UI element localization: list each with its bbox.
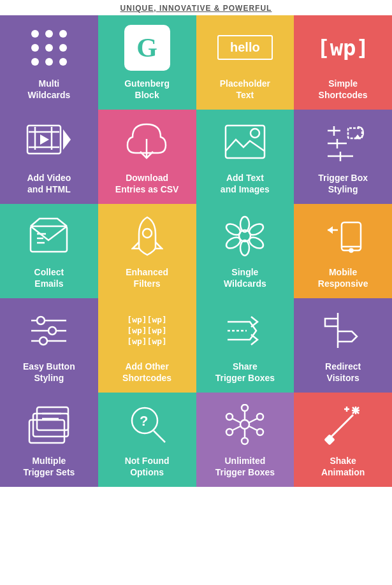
label-unlimited-trigger-boxes: UnlimitedTrigger Boxes bbox=[215, 455, 275, 478]
label-placeholder-text: PlaceholderText bbox=[220, 78, 270, 101]
cell-gutenberg-block[interactable]: G GutenbergBlock bbox=[98, 15, 196, 110]
svg-point-7 bbox=[45, 58, 53, 66]
label-add-text-images: Add Textand Images bbox=[221, 172, 270, 195]
label-download-csv: DownloadEntries as CSV bbox=[115, 172, 179, 195]
icon-redirect-visitors bbox=[299, 306, 387, 356]
svg-marker-15 bbox=[40, 134, 49, 145]
cell-multiple-trigger-sets[interactable]: MultipleTrigger Sets bbox=[0, 393, 98, 487]
svg-line-71 bbox=[329, 415, 353, 439]
svg-rect-25 bbox=[348, 128, 362, 138]
svg-point-63 bbox=[226, 429, 233, 435]
icon-share-trigger-boxes bbox=[201, 306, 289, 356]
svg-point-2 bbox=[59, 30, 67, 38]
cell-easy-button-styling[interactable]: Easy ButtonStyling bbox=[0, 298, 98, 393]
svg-point-48 bbox=[40, 337, 47, 345]
svg-point-59 bbox=[242, 405, 248, 411]
label-redirect-visitors: RedirectVisitors bbox=[325, 361, 361, 384]
label-trigger-box-styling: Trigger BoxStyling bbox=[318, 172, 368, 195]
cell-not-found-options[interactable]: ? Not FoundOptions bbox=[98, 393, 196, 487]
cell-download-csv[interactable]: DownloadEntries as CSV bbox=[98, 110, 196, 204]
icon-shake-animation bbox=[299, 400, 387, 450]
svg-point-46 bbox=[48, 327, 56, 335]
label-enhanced-filters: EnhancedFilters bbox=[126, 266, 168, 289]
label-single-wildcards: SingleWildcards bbox=[224, 266, 266, 289]
svg-point-31 bbox=[143, 229, 152, 238]
svg-point-5 bbox=[59, 44, 67, 52]
svg-rect-51 bbox=[33, 414, 68, 437]
svg-point-4 bbox=[45, 44, 53, 52]
cell-trigger-box-styling[interactable]: Trigger BoxStyling bbox=[294, 110, 392, 204]
cell-simple-shortcodes[interactable]: [wp] SimpleShortcodes bbox=[294, 15, 392, 110]
icon-add-text-images bbox=[201, 117, 289, 167]
label-mobile-responsive: MobileResponsive bbox=[318, 266, 368, 289]
cell-add-video-html[interactable]: Add Videoand HTML bbox=[0, 110, 98, 204]
label-add-video-html: Add Videoand HTML bbox=[27, 172, 71, 195]
cell-shake-animation[interactable]: ShakeAnimation bbox=[294, 393, 392, 487]
cell-enhanced-filters[interactable]: EnhancedFilters bbox=[98, 204, 196, 298]
svg-point-41 bbox=[349, 249, 352, 252]
page-header: UNIQUE, INNOVATIVE & POWERFUL bbox=[0, 0, 392, 15]
svg-point-61 bbox=[257, 429, 263, 435]
svg-point-8 bbox=[59, 58, 67, 66]
svg-line-66 bbox=[249, 419, 257, 422]
svg-marker-26 bbox=[356, 136, 359, 138]
icon-gutenberg-block: G bbox=[103, 23, 191, 73]
svg-marker-42 bbox=[328, 226, 333, 234]
svg-marker-14 bbox=[63, 129, 71, 150]
cell-redirect-visitors[interactable]: RedirectVisitors bbox=[294, 298, 392, 393]
svg-point-3 bbox=[31, 44, 39, 52]
svg-line-69 bbox=[233, 426, 240, 430]
svg-line-70 bbox=[233, 419, 240, 422]
label-not-found-options: Not FoundOptions bbox=[125, 455, 170, 478]
cell-unlimited-trigger-boxes[interactable]: UnlimitedTrigger Boxes bbox=[196, 393, 294, 487]
svg-point-62 bbox=[242, 438, 248, 444]
icon-not-found-options: ? bbox=[103, 400, 191, 450]
cell-placeholder-text[interactable]: hello PlaceholderText bbox=[196, 15, 294, 110]
label-shake-animation: ShakeAnimation bbox=[321, 455, 365, 478]
svg-text:?: ? bbox=[140, 413, 148, 429]
svg-point-35 bbox=[240, 240, 249, 256]
icon-add-other-shortcodes: [wp][wp] [wp][wp] [wp][wp] bbox=[103, 306, 191, 356]
label-easy-button-styling: Easy ButtonStyling bbox=[23, 361, 75, 384]
cell-multi-wildcards[interactable]: MultiWildcards bbox=[0, 15, 98, 110]
features-grid: MultiWildcards G GutenbergBlock hello Pl… bbox=[0, 15, 392, 487]
icon-trigger-box-styling bbox=[299, 117, 387, 167]
svg-point-6 bbox=[31, 58, 39, 66]
icon-multiple-trigger-sets bbox=[5, 400, 93, 450]
svg-point-44 bbox=[37, 317, 45, 324]
icon-add-video-html bbox=[5, 117, 93, 167]
icon-enhanced-filters bbox=[103, 212, 191, 261]
svg-point-1 bbox=[45, 30, 53, 38]
icon-download-csv bbox=[103, 117, 191, 167]
svg-point-18 bbox=[250, 129, 259, 138]
svg-point-64 bbox=[226, 414, 233, 420]
svg-rect-50 bbox=[29, 420, 64, 443]
label-multiple-trigger-sets: MultipleTrigger Sets bbox=[23, 455, 75, 478]
cell-add-other-shortcodes[interactable]: [wp][wp] [wp][wp] [wp][wp] Add OtherShor… bbox=[98, 298, 196, 393]
icon-placeholder-text: hello bbox=[201, 23, 289, 73]
label-multi-wildcards: MultiWildcards bbox=[27, 78, 70, 101]
icon-single-wildcards bbox=[201, 212, 289, 261]
icon-multi-wildcards bbox=[5, 23, 93, 73]
svg-point-58 bbox=[240, 420, 249, 429]
cell-share-trigger-boxes[interactable]: ShareTrigger Boxes bbox=[196, 298, 294, 393]
icon-mobile-responsive bbox=[299, 212, 387, 261]
svg-point-0 bbox=[31, 30, 39, 38]
cell-single-wildcards[interactable]: SingleWildcards bbox=[196, 204, 294, 298]
icon-collect-emails bbox=[5, 212, 93, 261]
svg-line-56 bbox=[154, 431, 165, 442]
svg-point-60 bbox=[257, 414, 263, 420]
svg-line-67 bbox=[249, 426, 257, 430]
label-add-other-shortcodes: Add OtherShortcodes bbox=[122, 361, 171, 384]
label-gutenberg-block: GutenbergBlock bbox=[124, 78, 170, 101]
label-simple-shortcodes: SimpleShortcodes bbox=[319, 78, 368, 101]
cell-collect-emails[interactable]: CollectEmails bbox=[0, 204, 98, 298]
icon-easy-button-styling bbox=[5, 306, 93, 356]
icon-unlimited-trigger-boxes bbox=[201, 400, 289, 450]
cell-mobile-responsive[interactable]: MobileResponsive bbox=[294, 204, 392, 298]
label-collect-emails: CollectEmails bbox=[34, 266, 64, 289]
label-share-trigger-boxes: ShareTrigger Boxes bbox=[215, 361, 275, 384]
cell-add-text-images[interactable]: Add Textand Images bbox=[196, 110, 294, 204]
icon-simple-shortcodes: [wp] bbox=[299, 23, 387, 73]
